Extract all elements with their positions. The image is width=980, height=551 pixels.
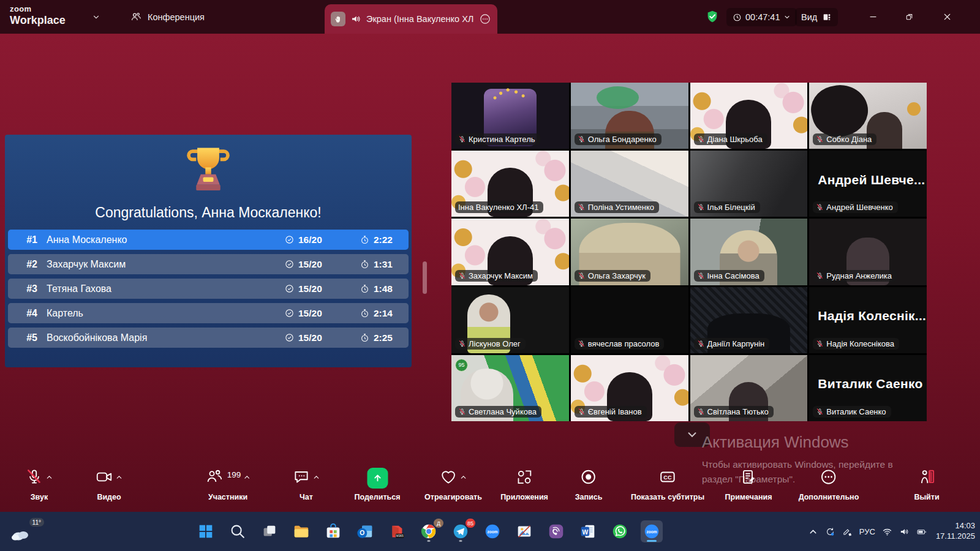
tray-lang-icon[interactable]: РУС — [859, 527, 875, 536]
participant-tile[interactable]: Ольга Захарчук — [571, 219, 688, 285]
tab-shared-screen[interactable]: Экран (Інна Вакуленко ХЛ-4 — [325, 4, 497, 34]
tray-volume-icon[interactable] — [899, 527, 910, 537]
toolbar-audio-button[interactable]: Звук — [25, 468, 53, 501]
participant-tile[interactable]: Інна Вакуленко ХЛ-41 — [451, 151, 569, 217]
chevron-up-icon[interactable] — [45, 473, 53, 481]
chevron-up-icon[interactable] — [312, 473, 320, 481]
mic-muted-icon — [816, 340, 824, 348]
mic-muted-icon — [697, 340, 705, 348]
more-icon — [820, 468, 838, 486]
toolbar-leave-button[interactable]: Выйти — [914, 468, 939, 501]
mic-muted-icon — [816, 272, 824, 280]
mic-muted-icon — [578, 408, 586, 416]
leaderboard-time: 1:31 — [360, 259, 393, 270]
taskbar-outlook-icon[interactable]: O — [354, 520, 376, 542]
tray-wifi-icon[interactable] — [882, 527, 892, 537]
taskbar-start-icon[interactable] — [195, 520, 217, 542]
toolbar-more-button[interactable]: Дополнительно — [799, 468, 859, 501]
tray-chevron-icon[interactable] — [808, 527, 818, 537]
taskbar-photos-icon[interactable] — [513, 520, 535, 542]
participant-tile[interactable]: Поліна Устименко — [571, 151, 688, 217]
taskbar-zoom-app-icon[interactable]: zoom — [481, 520, 503, 542]
tray-battery-icon[interactable] — [916, 527, 927, 537]
toolbar-chat-button[interactable]: Чат — [292, 468, 320, 501]
tab-conference[interactable]: Конференция — [130, 0, 205, 34]
taskbar-chrome-icon[interactable]: Д — [418, 520, 440, 542]
participants-count: 199 — [227, 470, 241, 479]
participant-tile[interactable]: Кристина Картель — [451, 83, 569, 149]
chevron-up-icon[interactable] — [459, 473, 467, 481]
participant-name-label: Даніїл Карпунін — [694, 338, 770, 350]
mic-muted-icon — [697, 135, 705, 143]
toolbar-participants-button[interactable]: 199 Участники — [205, 468, 251, 501]
leave-icon — [918, 468, 936, 486]
participant-name-label: Євгеній Іванов — [575, 406, 647, 418]
participant-tile[interactable]: Євгеній Іванов — [571, 355, 688, 421]
participant-tile[interactable]: Ліскунов Олег — [451, 287, 569, 353]
participant-name-label: Поліна Устименко — [575, 201, 659, 213]
taskbar-word-icon[interactable]: W — [577, 520, 599, 542]
minimize-button[interactable] — [858, 0, 888, 34]
toolbar-apps-button[interactable]: Приложения — [500, 468, 548, 501]
taskbar-zoom-active-icon[interactable]: zoom — [641, 520, 663, 542]
chevron-down-icon[interactable] — [92, 13, 100, 21]
leaderboard-row: #3 Тетяна Гахова 15/20 1:48 — [8, 279, 409, 299]
mic-muted-icon — [458, 408, 466, 416]
meeting-timer[interactable]: 00:47:41 — [726, 8, 797, 26]
toolbar-react-button[interactable]: Отреагировать — [424, 468, 482, 501]
participant-tile[interactable]: Ольга Бондаренко — [571, 83, 688, 149]
participants-grid: Кристина Картель Ольга Бондаренко Діана … — [451, 83, 927, 421]
toolbar-video-button[interactable]: Видео — [95, 468, 123, 501]
participant-tile[interactable]: Рудная Анжелика — [809, 219, 927, 285]
toolbar-record-button[interactable]: Запись — [575, 468, 603, 501]
participant-tile[interactable]: Надія Колеснік... Надія Колеснікова — [809, 287, 927, 353]
toolbar-label: Отреагировать — [424, 493, 482, 501]
weather-widget[interactable]: 11° — [10, 519, 37, 544]
tab-more-icon[interactable] — [479, 13, 491, 25]
taskbar-clock[interactable]: 14:03 17.11.2025 — [936, 521, 975, 542]
taskbar-explorer-icon[interactable] — [290, 520, 312, 542]
toolbar-share-button[interactable]: Поделиться — [354, 468, 400, 501]
view-button[interactable]: Вид — [795, 8, 838, 26]
mic-muted-icon — [458, 340, 466, 348]
taskbar-viber-icon[interactable] — [545, 520, 567, 542]
participant-tile[interactable]: Захарчук Максим — [451, 219, 569, 285]
close-button[interactable] — [932, 0, 962, 34]
participant-tile[interactable]: Собко Діана — [809, 83, 927, 149]
tray-pen-icon[interactable] — [842, 527, 853, 537]
tray-sync-icon[interactable] — [825, 527, 835, 537]
svg-text:M365: M365 — [396, 534, 404, 538]
taskbar-telegram-icon[interactable]: 85 — [450, 520, 472, 542]
toolbar-notes-button[interactable]: Примечания — [725, 468, 772, 501]
taskbar-whatsapp-icon[interactable] — [609, 520, 631, 542]
mic-muted-icon — [458, 272, 466, 280]
scrollbar-thumb[interactable] — [423, 261, 427, 294]
participant-tile[interactable]: Ілья Білецкій — [690, 151, 808, 217]
toolbar-label: Участники — [208, 493, 247, 501]
taskbar-taskview-icon[interactable] — [258, 520, 281, 542]
svg-text:W: W — [582, 529, 588, 536]
participant-tile[interactable]: Виталик Саенко Виталик Саенко — [809, 355, 927, 421]
participant-tile[interactable]: Даніїл Карпунін — [690, 287, 808, 353]
system-tray: РУС 14:03 17.11.2025 — [808, 512, 975, 551]
leaderboard-player-name: Картель — [47, 308, 83, 319]
chevron-up-icon[interactable] — [243, 473, 251, 481]
chevron-up-icon[interactable] — [115, 473, 123, 481]
participant-tile[interactable]: 95 Светлана Чуйкова — [451, 355, 569, 421]
security-shield-icon[interactable] — [706, 10, 719, 23]
tray-icons: РУС — [808, 527, 927, 537]
taskbar-m365-icon[interactable]: M365 — [386, 520, 408, 542]
participant-tile[interactable]: Інна Сасімова — [690, 219, 808, 285]
participant-tile[interactable]: Світлана Тютько — [690, 355, 808, 421]
leaderboard-row: #5 Воскобойнікова Марія 15/20 2:25 — [8, 328, 409, 348]
taskbar-search-icon[interactable] — [227, 520, 249, 542]
chevron-down-icon — [783, 13, 791, 21]
participant-name-label: Андрей Шевченко — [813, 201, 897, 213]
mic-muted-icon — [578, 135, 586, 143]
toolbar-captions-button[interactable]: CC Показать субтитры — [631, 468, 704, 501]
taskbar-store-icon[interactable] — [322, 520, 344, 542]
participant-tile[interactable]: Андрей Шевче... Андрей Шевченко — [809, 151, 927, 217]
participant-tile[interactable]: Діана Шкрьоба — [690, 83, 808, 149]
restore-button[interactable] — [894, 0, 924, 34]
participant-tile[interactable]: вячеслав прасолов — [571, 287, 688, 353]
